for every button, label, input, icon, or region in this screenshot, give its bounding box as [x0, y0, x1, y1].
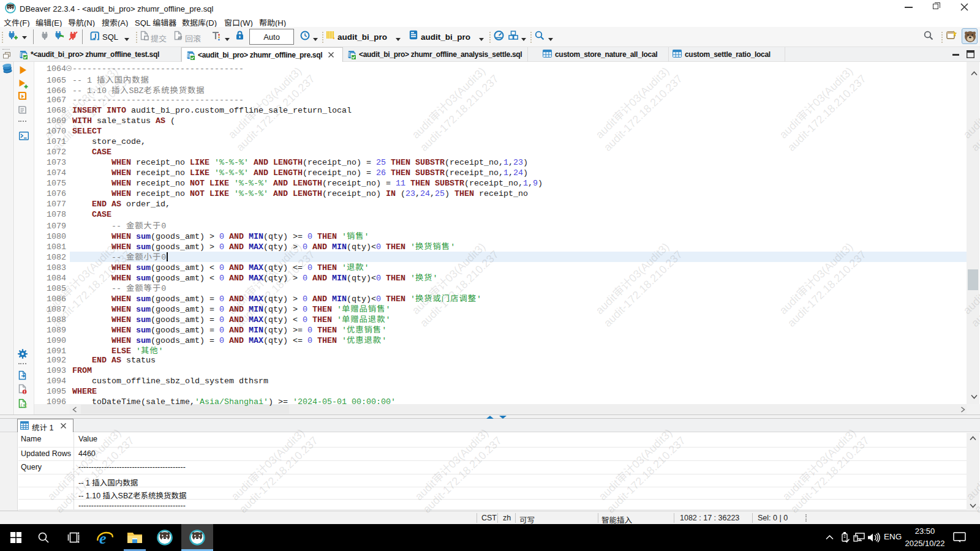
- svg-text:(x): (x): [20, 403, 27, 408]
